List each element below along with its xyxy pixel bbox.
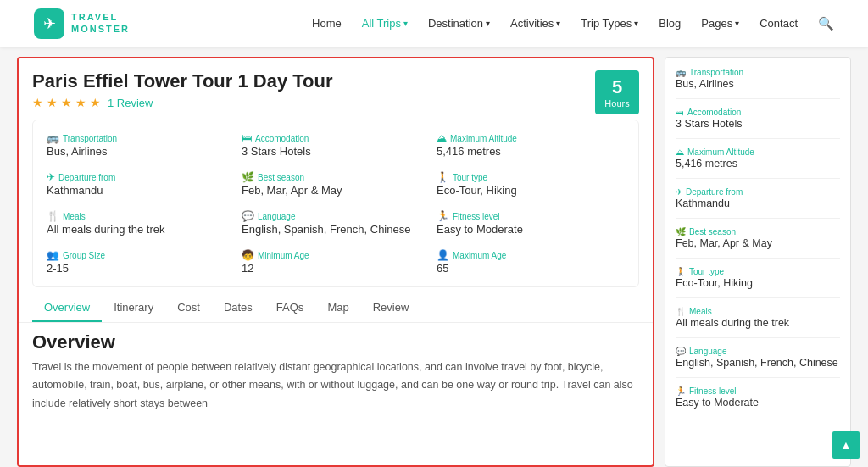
star-3: ★ [61, 96, 72, 109]
divider-6 [676, 297, 840, 298]
nav-trip-types[interactable]: Trip Types ▾ [581, 17, 638, 30]
transportation-value: Bus, Airlines [47, 145, 235, 158]
max-age-label: 👤 Maximum Age [437, 249, 625, 261]
nav-links: Home All Trips ▾ Destination ▾ Activitie… [312, 16, 834, 31]
departure-icon: ✈ [47, 171, 55, 183]
details-grid: 🚌 Transportation Bus, Airlines 🛏 Accomod… [32, 120, 639, 287]
min-age-label: 🧒 Minimum Age [242, 249, 430, 261]
tab-faqs[interactable]: FAQs [264, 294, 316, 322]
max-age-icon: 👤 [437, 249, 449, 261]
star-2: ★ [47, 96, 58, 109]
min-age-icon: 🧒 [242, 249, 254, 261]
tab-overview[interactable]: Overview [32, 294, 102, 322]
accommodation-icon: 🛏 [242, 132, 252, 144]
nav-blog[interactable]: Blog [659, 17, 681, 30]
divider-1 [676, 98, 840, 99]
sidebar-departure-label: ✈ Departure from [676, 187, 840, 197]
detail-transportation: 🚌 Transportation Bus, Airlines [47, 129, 235, 161]
fitness-value: Easy to Moderate [437, 223, 625, 236]
group-size-label: 👥 Group Size [47, 249, 235, 261]
search-icon[interactable]: 🔍 [818, 16, 834, 31]
sidebar-fitness-icon: 🏃 [676, 386, 686, 396]
sidebar-altitude: ⛰ Maximum Altitude 5,416 metres [676, 147, 840, 170]
sidebar-accommodation: 🛏 Accomodation 3 Stars Hotels [676, 108, 840, 130]
divider-5 [676, 258, 840, 259]
nav-activities[interactable]: Activities ▾ [510, 17, 560, 30]
logo[interactable]: ✈ TRAVEL MONSTER [34, 8, 130, 39]
sidebar-meals-label: 🍴 Meals [676, 307, 840, 316]
sidebar-altitude-label: ⛰ Maximum Altitude [676, 147, 840, 157]
language-label: 💬 Language [242, 210, 430, 222]
sidebar-accommodation-value: 3 Stars Hotels [676, 118, 840, 130]
star-4: ★ [75, 96, 86, 109]
star-5: ★ [90, 96, 101, 109]
accommodation-label: 🛏 Accomodation [242, 132, 430, 144]
min-age-value: 12 [242, 262, 430, 275]
altitude-value: 5,416 metres [437, 145, 625, 158]
accommodation-value: 3 Stars Hotels [242, 145, 430, 158]
departure-value: Kathmandu [47, 184, 235, 197]
hours-badge: 5 Hours [595, 70, 639, 114]
scroll-to-top-button[interactable]: ▲ [832, 431, 860, 459]
sidebar-tour-type-label: 🚶 Tour type [676, 267, 840, 276]
detail-accommodation: 🛏 Accomodation 3 Stars Hotels [242, 129, 430, 161]
sidebar-accommodation-icon: 🛏 [676, 108, 684, 117]
language-icon: 💬 [242, 210, 254, 222]
sidebar-season-value: Feb, Mar, Apr & May [676, 237, 840, 249]
divider-7 [676, 337, 840, 338]
sidebar-season-icon: 🌿 [676, 227, 686, 236]
divider-4 [676, 218, 840, 219]
divider-2 [676, 138, 840, 139]
nav-pages[interactable]: Pages ▾ [701, 17, 739, 30]
detail-min-age: 🧒 Minimum Age 12 [242, 246, 430, 278]
sidebar-language-label: 💬 Language [676, 347, 840, 356]
tour-detail-panel: Paris Effiel Tower Tour 1 Day Tour ★ ★ ★… [17, 57, 654, 467]
sidebar-meals: 🍴 Meals All meals during the trek [676, 307, 840, 329]
hours-label: Hours [604, 98, 629, 108]
detail-fitness: 🏃 Fitness level Easy to Moderate [437, 207, 625, 239]
overview-title: Overview [32, 331, 639, 353]
tour-type-value: Eco-Tour, Hiking [437, 184, 625, 197]
tab-map[interactable]: Map [315, 294, 360, 322]
detail-altitude: ⛰ Maximum Altitude 5,416 metres [437, 129, 625, 161]
review-link[interactable]: 1 Review [108, 97, 153, 109]
tour-type-label: 🚶 Tour type [437, 171, 625, 183]
sidebar-language-value: English, Spanish, French, Chinese [676, 357, 840, 369]
sidebar-meals-icon: 🍴 [676, 307, 686, 316]
sidebar-language: 💬 Language English, Spanish, French, Chi… [676, 347, 840, 369]
nav-all-trips[interactable]: All Trips ▾ [362, 17, 408, 30]
nav-destination[interactable]: Destination ▾ [428, 17, 490, 30]
altitude-icon: ⛰ [437, 132, 447, 144]
nav-contact[interactable]: Contact [760, 17, 798, 30]
detail-meals: 🍴 Meals All meals during the trek [47, 207, 235, 239]
group-size-value: 2-15 [47, 262, 235, 275]
max-age-value: 65 [437, 262, 625, 275]
transportation-label: 🚌 Transportation [47, 132, 235, 144]
sidebar-fitness: 🏃 Fitness level Easy to Moderate [676, 386, 840, 409]
sidebar-meals-value: All meals during the trek [676, 317, 840, 329]
sidebar-transport-icon: 🚌 [676, 68, 686, 77]
detail-group-size: 👥 Group Size 2-15 [47, 246, 235, 278]
tab-review[interactable]: Review [361, 294, 421, 322]
tab-cost[interactable]: Cost [165, 294, 212, 322]
group-icon: 👥 [47, 249, 59, 261]
sidebar-fitness-value: Easy to Moderate [676, 397, 840, 409]
nav-home[interactable]: Home [312, 17, 342, 30]
tour-type-icon: 🚶 [437, 171, 449, 183]
detail-tour-type: 🚶 Tour type Eco-Tour, Hiking [437, 168, 625, 200]
sidebar-altitude-icon: ⛰ [676, 147, 684, 157]
sidebar-season: 🌿 Best season Feb, Mar, Apr & May [676, 227, 840, 249]
sidebar-tour-type-icon: 🚶 [676, 267, 686, 276]
fitness-label: 🏃 Fitness level [437, 210, 625, 222]
sidebar-fitness-label: 🏃 Fitness level [676, 386, 840, 396]
sidebar-season-label: 🌿 Best season [676, 227, 840, 236]
sidebar-panel: 🚌 Transportation Bus, Airlines 🛏 Accomod… [665, 57, 851, 467]
navbar: ✈ TRAVEL MONSTER Home All Trips ▾ Destin… [0, 0, 868, 47]
tour-title: Paris Effiel Tower Tour 1 Day Tour [32, 70, 333, 92]
sidebar-language-icon: 💬 [676, 347, 686, 356]
tab-itinerary[interactable]: Itinerary [102, 294, 165, 322]
sidebar-transport-value: Bus, Airlines [676, 78, 840, 90]
tab-dates[interactable]: Dates [212, 294, 264, 322]
sidebar-departure: ✈ Departure from Kathmandu [676, 187, 840, 209]
season-label: 🌿 Best season [242, 171, 430, 183]
